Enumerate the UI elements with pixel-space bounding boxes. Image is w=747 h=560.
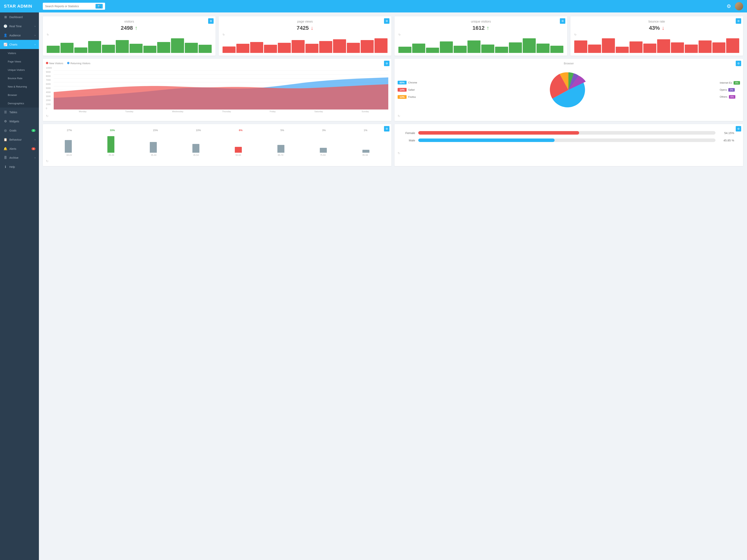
settings-icon[interactable]: ⚙: [727, 3, 731, 9]
age-label-2: 35-44: [151, 154, 156, 156]
age-chart-gear[interactable]: ⚙: [384, 126, 389, 131]
age-bar-group-3: [192, 144, 199, 153]
age-bar-group-2: [150, 142, 157, 153]
pageviews-gear[interactable]: ⚙: [384, 18, 389, 24]
sidebar-item-bouncerate[interactable]: Bounce Rate: [0, 74, 39, 82]
visitors-bar-3: [88, 41, 101, 53]
uniquevisitors-bar-8: [509, 43, 522, 53]
sidebar-item-tables[interactable]: ☰Tables: [0, 107, 39, 117]
sidebar-item-pageviews[interactable]: Page Views: [0, 57, 39, 66]
pageviews-refresh[interactable]: ↻: [223, 33, 387, 36]
uniquevisitors-bar-0: [398, 47, 411, 53]
goals-badge: 3: [31, 129, 35, 132]
stat-card-uniquevisitors: ⚙unique visitors1612↑↻: [394, 16, 567, 56]
bouncerate-bar-3: [616, 47, 629, 53]
uniquevisitors-gear[interactable]: ⚙: [560, 18, 565, 24]
sidebar-item-archive[interactable]: 🗄Archive›: [0, 153, 39, 162]
uniquevisitors-bar-3: [440, 42, 453, 53]
search-input[interactable]: [45, 5, 96, 8]
opera-pct: 3%: [728, 88, 735, 92]
uniquevisitors-bar-chart: [398, 37, 563, 53]
age-pct-4: 6%: [239, 129, 242, 132]
bouncerate-bar-4: [629, 42, 643, 53]
age-bar-group-1: [107, 136, 114, 153]
age-pct-6: 3%: [322, 129, 326, 132]
age-bar-1: [107, 136, 114, 153]
area-chart-refresh[interactable]: ↻: [46, 114, 388, 118]
uniquevisitors-refresh[interactable]: ↻: [398, 33, 563, 36]
visitors-title: visitors: [47, 20, 212, 23]
age-label-3: 45-54: [193, 154, 199, 156]
gender-male-row: Male 45.85 %: [404, 138, 734, 142]
firefox-label: Firefox: [408, 96, 416, 98]
archive-icon: 🗄: [3, 156, 7, 159]
age-chart-refresh[interactable]: ↻: [46, 159, 388, 163]
sidebar-item-newreturning[interactable]: New & Returning: [0, 82, 39, 91]
sidebar-item-demographics[interactable]: Demographics: [0, 99, 39, 107]
age-bar-3: [192, 144, 199, 153]
pie-chart-svg: [549, 70, 588, 109]
sidebar-item-realtime[interactable]: 🕐Real Time›: [0, 22, 39, 31]
firefox-pct: 13%: [397, 95, 407, 99]
search-area: 🔍: [43, 3, 727, 10]
help-icon: ℹ: [3, 165, 7, 169]
sidebar-item-widgets[interactable]: ⚙Widgets: [0, 117, 39, 126]
sidebar-item-visitors[interactable]: Visitors: [0, 49, 39, 57]
age-bar-group-0: [65, 140, 72, 153]
bouncerate-bar-6: [657, 39, 670, 53]
bouncerate-refresh[interactable]: ↻: [574, 33, 739, 36]
age-chart-container: 27% 33% 15% 10% 6% 5% 3% 1%: [46, 127, 388, 158]
visitors-gear[interactable]: ⚙: [208, 18, 213, 24]
pie-chart-gear[interactable]: ⚙: [736, 61, 741, 66]
search-button[interactable]: 🔍: [96, 4, 103, 8]
bouncerate-title: bounce rate: [574, 20, 739, 23]
alerts-badge: 8: [31, 148, 35, 150]
visitors-bar-chart: [47, 37, 212, 53]
archive-chevron: ›: [35, 156, 35, 159]
gender-chart-refresh[interactable]: ↻: [397, 151, 740, 155]
sidebar-item-audience[interactable]: 👤Audience›: [0, 31, 39, 40]
age-chart-card: ⚙ 27% 33% 15% 10% 6% 5% 3% 1%: [43, 124, 391, 166]
visitors-refresh[interactable]: ↻: [47, 33, 212, 36]
gender-chart-card: ⚙ Female 54.15% Male 45.85 %: [394, 124, 743, 166]
visitors-bar-5: [116, 40, 129, 53]
bouncerate-bar-10: [712, 43, 725, 53]
sidebar-label-widgets: Widgets: [9, 120, 19, 123]
sidebar-item-behaviour[interactable]: 📋Behaviour›: [0, 135, 39, 144]
uniquevisitors-bar-4: [454, 46, 467, 53]
realtime-chevron: ›: [35, 25, 35, 28]
bouncerate-bar-2: [602, 38, 615, 53]
widgets-icon: ⚙: [3, 120, 7, 123]
alerts-icon: 🔔: [3, 147, 7, 151]
uniquevisitors-bar-1: [412, 44, 425, 53]
age-bar-6: [320, 148, 327, 153]
sidebar-item-alerts[interactable]: 🔔Alerts8: [0, 144, 39, 153]
gender-female-row: Female 54.15%: [404, 131, 734, 135]
uniquevisitors-bar-11: [550, 46, 563, 53]
sidebar-item-uniquevisitors[interactable]: Unique Visitors: [0, 66, 39, 74]
area-chart-card: ⚙ New Visitors Returning Visitors 10000 …: [43, 59, 391, 121]
pie-chart-refresh[interactable]: ↻: [397, 114, 740, 118]
pie-chart-svg-wrap: [549, 70, 588, 109]
sidebar-item-goals[interactable]: ◎Goals3: [0, 126, 39, 135]
pageviews-bar-7: [319, 41, 332, 53]
uniquevisitors-value: 1612: [472, 25, 485, 31]
pie-item-ie: Internet Ex 4%: [720, 81, 740, 85]
avatar[interactable]: [735, 2, 743, 10]
pie-item-safari: 14% Safari: [397, 88, 417, 92]
gender-chart-gear[interactable]: ⚙: [736, 126, 741, 131]
sidebar-item-dashboard[interactable]: ⊞Dashboard: [0, 12, 39, 22]
sidebar-label-help: Help: [9, 166, 15, 169]
sidebar-item-charts[interactable]: 📈Charts›: [0, 40, 39, 49]
visitors-bar-10: [185, 43, 198, 53]
legend-new: New Visitors: [46, 62, 63, 65]
gender-male-label: Male: [404, 139, 415, 142]
age-bar-group-5: [277, 145, 284, 153]
sidebar-item-help[interactable]: ℹHelp: [0, 162, 39, 171]
sidebar-item-browser[interactable]: Browser: [0, 91, 39, 99]
bouncerate-gear[interactable]: ⚙: [736, 18, 741, 24]
area-chart-gear[interactable]: ⚙: [384, 61, 389, 66]
gender-female-bar: [418, 131, 579, 135]
age-label-0: 18-24: [66, 154, 72, 156]
pie-item-opera: Opera 3%: [720, 88, 740, 92]
